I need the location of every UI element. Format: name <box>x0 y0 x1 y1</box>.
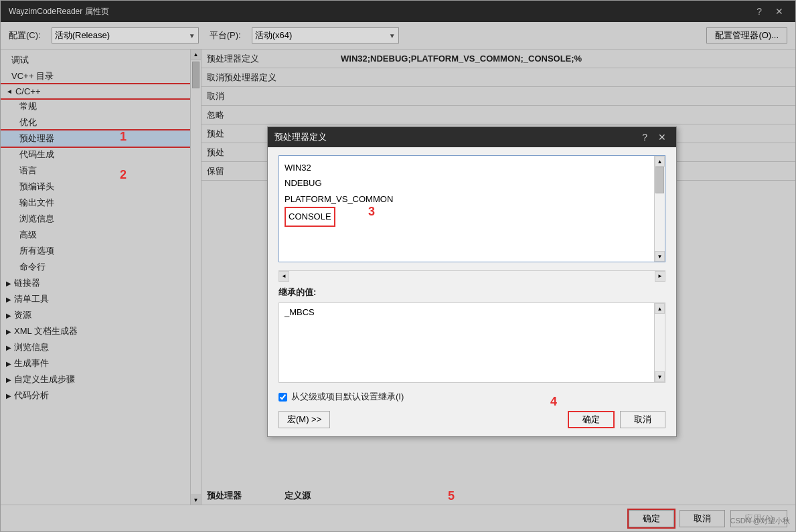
dialog-cancel-button[interactable]: 取消 <box>620 411 665 428</box>
inherited-value: _MBCS <box>285 307 315 317</box>
inherited-textarea-container: _MBCS ▲ ▼ <box>278 302 665 383</box>
def-scroll-up[interactable]: ▲ <box>655 156 665 167</box>
ok-btn-container: 4 确定 <box>568 411 615 428</box>
dialog-close-button[interactable]: ✕ <box>655 131 669 143</box>
def-scrollbar: ▲ ▼ <box>654 156 665 262</box>
annotation-3-pos: 3 <box>368 205 375 219</box>
inherited-scroll-down[interactable]: ▼ <box>655 371 665 382</box>
inherited-content: _MBCS <box>279 303 654 382</box>
def-scroll-track <box>655 167 665 251</box>
inherited-scroll-up[interactable]: ▲ <box>655 303 665 314</box>
dialog-title-bar: 预处理器定义 ? ✕ <box>268 127 676 147</box>
definitions-content: WIN32 NDEBUG PLATFORM_VS_COMMON CONSOLE <box>279 156 654 262</box>
main-window: WayzimCodeReader 属性页 ? ✕ 配置(C): 活动(Relea… <box>0 0 796 532</box>
def-line-console[interactable]: CONSOLE <box>285 207 335 226</box>
macro-button[interactable]: 宏(M) >> <box>278 411 330 428</box>
definitions-container: WIN32 NDEBUG PLATFORM_VS_COMMON CONSOLE … <box>278 155 665 281</box>
horiz-scrollbar: ◄ ► <box>278 270 665 281</box>
dialog-help-button[interactable]: ? <box>639 131 651 143</box>
inherited-scroll-track <box>655 314 665 371</box>
definitions-textarea-container: WIN32 NDEBUG PLATFORM_VS_COMMON CONSOLE … <box>278 155 665 262</box>
annotation-4: 4 <box>550 395 557 409</box>
def-scroll-thumb[interactable] <box>655 167 664 193</box>
dialog-btn-row: 宏(M) >> 4 确定 取消 <box>278 411 665 428</box>
def-line-platform: PLATFORM_VS_COMMON <box>285 191 649 207</box>
horiz-scroll-track <box>289 271 655 281</box>
dialog-body: WIN32 NDEBUG PLATFORM_VS_COMMON CONSOLE … <box>268 147 676 436</box>
dialog-title-controls: ? ✕ <box>639 131 669 143</box>
preprocessor-dialog: 预处理器定义 ? ✕ WIN32 NDEBUG PLATFORM_VS_COMM… <box>267 126 677 437</box>
dialog-ok-button[interactable]: 确定 <box>568 411 615 428</box>
def-line-win32: WIN32 <box>285 160 649 175</box>
dialog-overlay: 预处理器定义 ? ✕ WIN32 NDEBUG PLATFORM_VS_COMM… <box>1 1 795 531</box>
inherit-checkbox[interactable] <box>278 393 287 402</box>
inherited-scrollbar: ▲ ▼ <box>654 303 665 382</box>
horiz-scroll-right[interactable]: ► <box>655 271 665 282</box>
annotation-2-pos: 2 <box>120 168 127 182</box>
dialog-title: 预处理器定义 <box>274 131 327 143</box>
horiz-scroll-left[interactable]: ◄ <box>278 271 289 282</box>
annotation-5-pos: 5 <box>448 489 455 503</box>
checkbox-label: 从父级或项目默认设置继承(I) <box>291 391 404 403</box>
def-line-console-wrapper: CONSOLE <box>285 207 335 226</box>
checkbox-row: 从父级或项目默认设置继承(I) <box>278 391 665 403</box>
annotation-1-pos: 1 <box>120 130 127 144</box>
inherited-label: 继承的值: <box>278 286 665 298</box>
def-scroll-down[interactable]: ▼ <box>655 251 665 262</box>
def-line-ndebug: NDEBUG <box>285 175 649 191</box>
